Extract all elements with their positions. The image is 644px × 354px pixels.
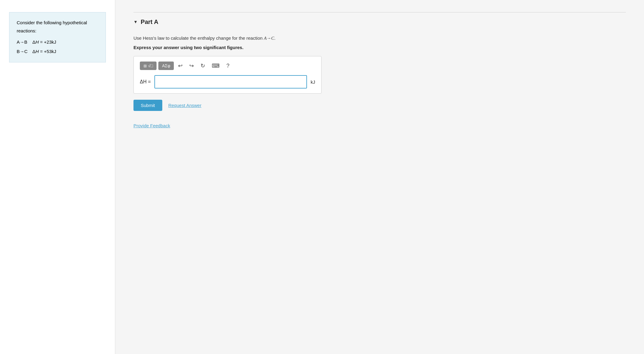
right-panel: ▼ Part A Use Hess's law to calculate the… xyxy=(115,0,644,354)
greek-label: ΑΣφ xyxy=(162,63,170,68)
undo-button[interactable]: ↩ xyxy=(176,61,185,70)
problem-box: Consider the following hypothetical reac… xyxy=(9,12,106,62)
reactions-table: A→B ΔH = +23kJ B→C ΔH = +53kJ xyxy=(17,37,61,56)
reaction-2-enthalpy: ΔH = +53kJ xyxy=(32,47,61,56)
greek-symbols-button[interactable]: ΑΣφ xyxy=(158,62,174,70)
part-title: Part A xyxy=(141,18,158,25)
reaction-1-enthalpy: ΔH = +23kJ xyxy=(32,37,61,47)
left-panel: Consider the following hypothetical reac… xyxy=(0,0,115,354)
keyboard-icon: ⌨ xyxy=(212,63,220,69)
part-header: ▼ Part A xyxy=(133,12,626,25)
answer-input[interactable] xyxy=(154,75,307,88)
delta-h-label: ΔH = xyxy=(140,79,151,85)
undo-icon: ↩ xyxy=(178,63,183,69)
reset-icon: ↻ xyxy=(201,63,205,69)
input-row: ΔH = kJ xyxy=(140,75,315,88)
reaction-2-equation: B→C xyxy=(17,47,32,56)
request-answer-button[interactable]: Request Answer xyxy=(168,103,201,108)
redo-button[interactable]: ↪ xyxy=(187,61,196,70)
unit-label: kJ xyxy=(311,79,315,85)
redo-icon: ↪ xyxy=(189,63,194,69)
submit-button[interactable]: Submit xyxy=(133,100,162,111)
table-row: B→C ΔH = +53kJ xyxy=(17,47,61,56)
toolbar: ⊞ √□ ΑΣφ ↩ ↪ ↻ ⌨ ? xyxy=(140,61,315,70)
math-templates-button[interactable]: ⊞ √□ xyxy=(140,62,157,70)
help-button[interactable]: ? xyxy=(224,62,232,70)
keyboard-button[interactable]: ⌨ xyxy=(209,61,222,70)
provide-feedback-button[interactable]: Provide Feedback xyxy=(133,123,170,128)
reset-button[interactable]: ↻ xyxy=(198,61,207,70)
sqrt-icon: √□ xyxy=(148,63,153,68)
help-icon: ? xyxy=(226,63,229,69)
action-row: Submit Request Answer xyxy=(133,100,626,111)
reaction-1-equation: A→B xyxy=(17,37,32,47)
problem-intro: Consider the following hypothetical reac… xyxy=(17,18,98,35)
collapse-arrow-icon[interactable]: ▼ xyxy=(133,20,138,25)
question-text: Use Hess's law to calculate the enthalpy… xyxy=(133,35,626,42)
table-row: A→B ΔH = +23kJ xyxy=(17,37,61,47)
grid-icon: ⊞ xyxy=(143,64,147,68)
answer-box: ⊞ √□ ΑΣφ ↩ ↪ ↻ ⌨ ? ΔH = xyxy=(133,56,322,94)
instruction-text: Express your answer using two significan… xyxy=(133,45,626,50)
feedback-section: Provide Feedback xyxy=(133,123,626,129)
